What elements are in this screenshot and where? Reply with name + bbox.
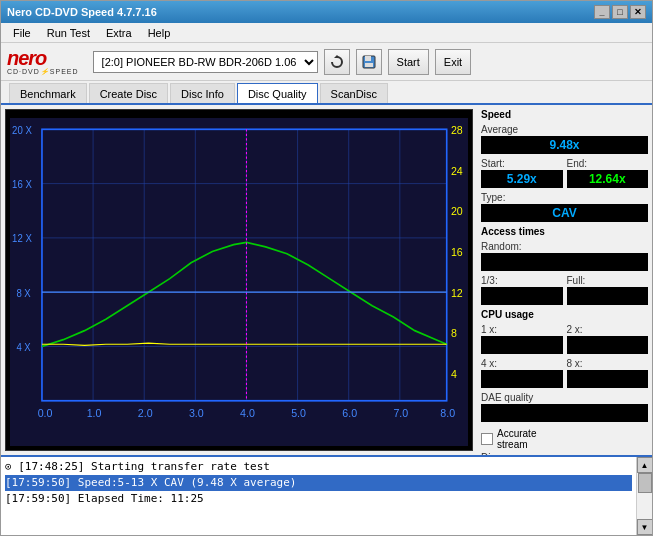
svg-text:20: 20 (451, 205, 463, 217)
refresh-icon-button[interactable] (324, 49, 350, 75)
random-section: Random: (481, 241, 648, 271)
log-content: ⊙ [17:48:25] Starting transfer rate test… (1, 457, 636, 535)
scroll-down-button[interactable]: ▼ (637, 519, 653, 535)
svg-text:20 X: 20 X (12, 125, 32, 136)
log-scrollbar: ▲ ▼ (636, 457, 652, 535)
svg-text:0.0: 0.0 (38, 406, 53, 418)
svg-text:16: 16 (451, 246, 463, 258)
window-title: Nero CD-DVD Speed 4.7.7.16 (7, 6, 157, 18)
dae-label: DAE quality (481, 392, 648, 403)
scroll-thumb[interactable] (638, 473, 652, 493)
end-value: 12.64x (567, 170, 649, 188)
scroll-track (637, 473, 652, 519)
svg-text:1.0: 1.0 (87, 406, 102, 418)
svg-text:24: 24 (451, 164, 463, 176)
menu-bar: File Run Test Extra Help (1, 23, 652, 43)
access-title: Access times (481, 226, 648, 237)
log-line-2: [17:59:50] Speed:5-13 X CAV (9.48 X aver… (5, 475, 632, 491)
onethird-full-row: 1/3: Full: (481, 275, 648, 307)
drive-select[interactable]: [2:0] PIONEER BD-RW BDR-206D 1.06 (93, 51, 318, 73)
tab-disc-quality[interactable]: Disc Quality (237, 83, 318, 103)
log-area: ⊙ [17:48:25] Starting transfer rate test… (1, 455, 652, 535)
nero-logo: nero CD·DVD⚡SPEED (7, 47, 79, 76)
end-section: End: 12.64x (567, 158, 649, 188)
type-section: Type: CAV (481, 192, 648, 222)
svg-text:8.0: 8.0 (440, 406, 455, 418)
start-label: Start: (481, 158, 563, 169)
svg-text:2.0: 2.0 (138, 406, 153, 418)
menu-file[interactable]: File (5, 25, 39, 41)
fourx-label: 4 x: (481, 358, 563, 369)
nero-logo-text: nero (7, 47, 46, 70)
average-label: Average (481, 124, 648, 135)
main-content: 20 X 16 X 12 X 8 X 4 X 28 24 20 16 12 8 … (1, 105, 652, 455)
eightx-label: 8 x: (567, 358, 649, 369)
tab-disc-info[interactable]: Disc Info (170, 83, 235, 103)
svg-text:12 X: 12 X (12, 233, 32, 244)
speed-title: Speed (481, 109, 648, 120)
svg-text:8 X: 8 X (16, 287, 31, 298)
menu-help[interactable]: Help (140, 25, 179, 41)
accurate-label: Accuratestream (497, 428, 536, 450)
twox-label: 2 x: (567, 324, 649, 335)
start-end-row: Start: 5.29x End: 12.64x (481, 158, 648, 190)
random-value (481, 253, 648, 271)
accurate-checkbox[interactable] (481, 433, 493, 445)
end-label: End: (567, 158, 649, 169)
menu-extra[interactable]: Extra (98, 25, 140, 41)
svg-text:5.0: 5.0 (291, 406, 306, 418)
close-button[interactable]: ✕ (630, 5, 646, 19)
svg-rect-4 (10, 118, 468, 446)
onethird-section: 1/3: (481, 275, 563, 305)
title-bar: Nero CD-DVD Speed 4.7.7.16 _ □ ✕ (1, 1, 652, 23)
log-line-3: [17:59:50] Elapsed Time: 11:25 (5, 491, 632, 507)
maximize-button[interactable]: □ (612, 5, 628, 19)
tab-create-disc[interactable]: Create Disc (89, 83, 168, 103)
log-line-1: ⊙ [17:48:25] Starting transfer rate test (5, 459, 632, 475)
dae-section: DAE quality (481, 392, 648, 422)
svg-text:16 X: 16 X (12, 179, 32, 190)
exit-button[interactable]: Exit (435, 49, 471, 75)
cpu-row1: 1 x: 2 x: (481, 324, 648, 356)
svg-rect-3 (365, 63, 373, 67)
right-panel: Speed Average 9.48x Start: 5.29x End: 12… (477, 105, 652, 455)
start-button[interactable]: Start (388, 49, 429, 75)
tab-bar: Benchmark Create Disc Disc Info Disc Qua… (1, 81, 652, 105)
access-row: Random: (481, 241, 648, 273)
full-value (567, 287, 649, 305)
type-value: CAV (481, 204, 648, 222)
cpu-row2: 4 x: 8 x: (481, 358, 648, 390)
onex-section: 1 x: (481, 324, 563, 354)
title-controls: _ □ ✕ (594, 5, 646, 19)
cpu-title: CPU usage (481, 309, 648, 320)
svg-text:12: 12 (451, 286, 463, 298)
svg-text:4: 4 (451, 368, 457, 380)
tab-benchmark[interactable]: Benchmark (9, 83, 87, 103)
svg-text:4 X: 4 X (16, 342, 31, 353)
full-label: Full: (567, 275, 649, 286)
scroll-up-button[interactable]: ▲ (637, 457, 653, 473)
svg-text:8: 8 (451, 327, 457, 339)
svg-text:28: 28 (451, 124, 463, 136)
tab-scan-disc[interactable]: ScanDisc (320, 83, 388, 103)
svg-text:3.0: 3.0 (189, 406, 204, 418)
onethird-value (481, 287, 563, 305)
fourx-value (481, 370, 563, 388)
nero-sub-text: CD·DVD⚡SPEED (7, 68, 79, 76)
main-window: Nero CD-DVD Speed 4.7.7.16 _ □ ✕ File Ru… (0, 0, 653, 536)
type-label: Type: (481, 192, 648, 203)
full-section: Full: (567, 275, 649, 305)
eightx-value (567, 370, 649, 388)
menu-run-test[interactable]: Run Test (39, 25, 98, 41)
twox-section: 2 x: (567, 324, 649, 354)
svg-text:4.0: 4.0 (240, 406, 255, 418)
toolbar: nero CD·DVD⚡SPEED [2:0] PIONEER BD-RW BD… (1, 43, 652, 81)
start-section: Start: 5.29x (481, 158, 563, 188)
random-label: Random: (481, 241, 648, 252)
average-section: Average 9.48x (481, 124, 648, 154)
accurate-row: Accuratestream (481, 428, 648, 450)
minimize-button[interactable]: _ (594, 5, 610, 19)
eightx-section: 8 x: (567, 358, 649, 388)
onethird-label: 1/3: (481, 275, 563, 286)
save-icon-button[interactable] (356, 49, 382, 75)
